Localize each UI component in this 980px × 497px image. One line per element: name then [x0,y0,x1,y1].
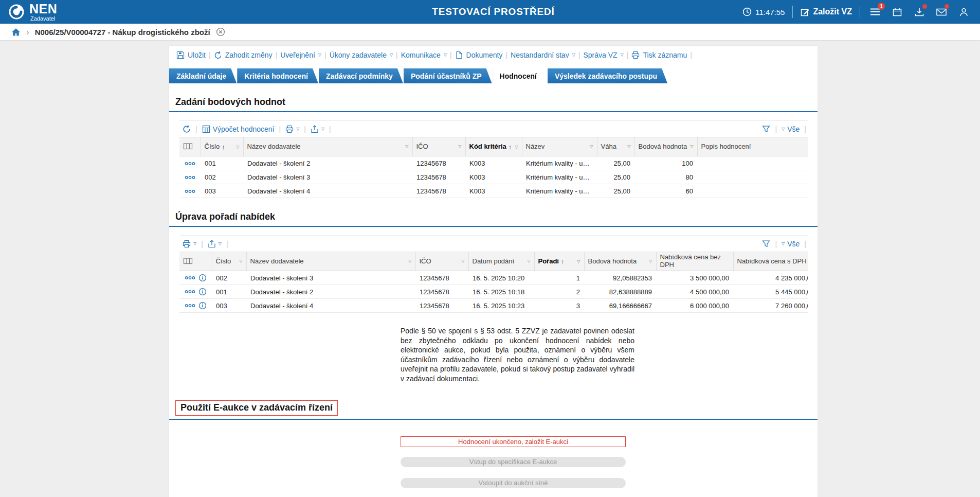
column-filter-icon[interactable]: ▽ [590,144,593,149]
print-grid-button[interactable]: ▽ [183,240,196,248]
separator: | [209,51,211,59]
downloads-button[interactable] [912,5,927,19]
section-title-eauction: Použití E-aukce v zadávacím řízení [175,400,338,416]
column-config-icon[interactable] [183,142,193,150]
table-row[interactable]: 001Dodavatel - školení 21234567816. 5. 2… [179,285,808,299]
column-header-nazev[interactable]: Název▽ [522,137,597,156]
column-header-poradi[interactable]: Pořadí↑▽ [534,252,584,271]
row-menu-icon[interactable] [185,189,195,193]
column-header-nazev-dodavatele[interactable]: Název dodavatele▽ [243,137,412,156]
separator: | [804,240,806,248]
column-header-bodova-hodnota[interactable]: Bodová hodnota▽ [584,252,656,271]
messages-button[interactable] [934,5,949,19]
breadcrumb-record[interactable]: N006/25/V00004727 - Nákup drogistického … [35,28,210,37]
profile-button[interactable] [956,5,971,19]
table-row[interactable]: 003Dodavatel - školení 41234567816. 5. 2… [179,299,808,313]
column-config-icon[interactable] [183,257,193,265]
row-menu-icon[interactable] [185,162,195,166]
nen-brand[interactable]: NEN Zadavatel [0,3,57,22]
column-header-kod-kriteria[interactable]: Kód kritéria↑▽ [465,137,522,156]
refresh-button[interactable] [183,125,191,133]
toolbar-nestandardni-stav[interactable]: Nestandardní stav▽ [511,51,575,59]
view-all-dropdown[interactable]: ▽Vše [782,125,800,133]
column-filter-icon[interactable]: ▽ [408,259,411,263]
table-row[interactable]: 002Dodavatel - školení 312345678K003Krit… [179,170,808,184]
tab-kriteria-hodnoceni[interactable]: Kritéria hodnocení [237,68,318,83]
table-row[interactable]: 003Dodavatel - školení 412345678K003Krit… [179,184,808,198]
column-header-vaha[interactable]: Váha▽ [597,137,634,156]
column-filter-icon[interactable]: ▽ [405,144,408,149]
sort-ascending-icon[interactable]: ↑ [561,258,565,265]
eauction-button-vstoupit-do-aukcni-sine[interactable]: Vstoupit do aukční síně [401,478,626,488]
downloads-badge [922,4,927,9]
column-filter-icon[interactable]: ▽ [577,259,580,264]
dropdown-caret-icon: ▽ [296,127,299,131]
table-row[interactable]: 002Dodavatel - školení 31234567816. 5. 2… [179,271,808,285]
tab-hodnoceni[interactable]: Hodnocení [493,68,547,83]
row-menu-icon[interactable] [185,276,195,280]
home-icon[interactable] [11,28,21,37]
column-header-datum-podani[interactable]: Datum podání▽ [468,252,534,271]
toolbar-uverejneni[interactable]: Uveřejnění▽ [280,51,321,59]
column-header-nabidkova-cena-s-dph[interactable]: Nabídková cena s DPH [733,252,808,271]
toolbar-sprava-vz[interactable]: Správa VZ▽ [583,51,623,59]
export-grid-button[interactable]: ▽ [311,125,324,133]
cell-cislo: 001 [212,285,246,299]
column-filter-icon[interactable]: ▽ [690,144,693,149]
toolbar-komunikace[interactable]: Komunikace▽ [401,51,447,59]
view-all-dropdown[interactable]: ▽Vše [782,240,800,248]
column-filter-icon[interactable]: ▽ [239,259,242,263]
column-filter-icon[interactable]: ▽ [458,144,461,149]
calendar-button[interactable] [890,5,904,19]
close-record-icon[interactable] [216,27,225,37]
column-filter-icon[interactable]: ▽ [527,259,530,263]
tab-vysledek-zadavaciho-postupu[interactable]: Výsledek zadávacího postupu [548,68,667,83]
column-header-nazev-dodavatele[interactable]: Název dodavatele▽ [246,252,415,271]
toolbar-ukony-zadavatele[interactable]: Úkony zadavatele▽ [330,51,393,59]
export-grid-button[interactable]: ▽ [208,240,222,248]
tab-podani-ucastniku-zp[interactable]: Podání účastníků ZP [404,68,492,83]
toolbar-zahodit-zmeny[interactable]: Zahodit změny [214,51,273,59]
menu-button[interactable]: 1 [868,5,882,19]
sort-ascending-icon[interactable]: ↑ [509,143,512,151]
column-filter-icon[interactable]: ▽ [649,259,652,263]
separator: | [329,125,331,133]
eauction-buttons: Hodnocení ukončeno, založit E-aukciVstup… [169,420,818,488]
calendar-icon [893,8,902,16]
scoring-table-wrap: Číslo↑▽Název dodavatele▽IČO▽Kód kritéria… [179,137,808,198]
column-header-ico[interactable]: IČO▽ [412,137,465,156]
eauction-button-vstup-do-specifikace-e-aukce[interactable]: Vstup do specifikace E-aukce [401,457,626,467]
create-vz-button[interactable]: Založit VZ [801,7,852,16]
tab-zakladni-udaje[interactable]: Základní údaje [169,68,237,83]
eauction-button-hodnoceni-ukonceno-zalozit-e-aukci[interactable]: Hodnocení ukončeno, založit E-aukci [401,436,626,447]
toolbar-label: Nestandardní stav [511,51,569,59]
column-header-nabidkova-cena-bez-dph[interactable]: Nabídková cena bez DPH [656,252,733,271]
column-header-cislo[interactable]: Číslo↑▽ [201,137,243,156]
filter-button[interactable] [762,240,770,248]
row-menu-icon[interactable] [185,304,195,308]
filter-button[interactable] [762,125,770,133]
column-header-popis-hodnoceni[interactable]: Popis hodnocení [697,137,808,156]
print-grid-button[interactable]: ▽ [285,125,299,133]
toolbar-dokumenty[interactable]: Dokumenty [455,51,503,59]
row-info-icon[interactable] [198,301,207,310]
row-info-icon[interactable] [198,274,207,282]
column-header-ico[interactable]: IČO▽ [415,252,468,271]
tab-zadavaci-podminky[interactable]: Zadávací podmínky [319,68,403,83]
column-filter-icon[interactable]: ▽ [461,259,464,263]
compute-scoring-button[interactable]: Výpočet hodnocení [202,125,275,133]
row-info-icon[interactable] [198,288,207,296]
table-row[interactable]: 001Dodavatel - školení 212345678K003Krit… [179,156,808,170]
row-menu-icon[interactable] [185,175,195,180]
toolbar-label: Tisk záznamu [643,51,687,59]
column-header-cislo[interactable]: Číslo▽ [212,252,246,271]
toolbar-ulozit[interactable]: Uložit [176,51,206,59]
toolbar-tisk-zaznamu[interactable]: Tisk záznamu [631,51,687,59]
row-menu-icon[interactable] [185,290,195,294]
column-filter-icon[interactable]: ▽ [627,144,630,149]
sort-ascending-icon[interactable]: ↑ [222,143,225,151]
column-header-bodova-hodnota[interactable]: Bodová hodnota▽ [634,137,697,156]
separator: | [505,51,507,59]
column-filter-icon[interactable]: ▽ [515,145,518,149]
column-filter-icon[interactable]: ▽ [236,145,239,149]
